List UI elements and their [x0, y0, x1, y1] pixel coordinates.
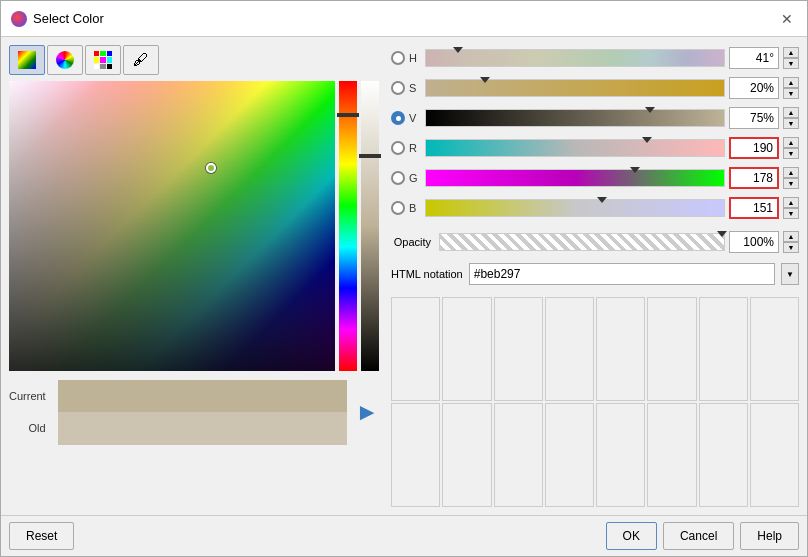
r-track: [425, 139, 725, 157]
color-swatch-15[interactable]: [699, 403, 748, 507]
spinner-r-down[interactable]: ▼: [783, 148, 799, 159]
spinner-v-down[interactable]: ▼: [783, 118, 799, 129]
preview-old: [58, 412, 348, 445]
color-swatch-12[interactable]: [545, 403, 594, 507]
recent-colors-grid: [391, 297, 799, 507]
color-swatch-13[interactable]: [596, 403, 645, 507]
color-picker-area: [9, 81, 379, 371]
g-track: [425, 169, 725, 187]
r-pointer: [642, 137, 652, 143]
html-input[interactable]: [469, 263, 775, 285]
radio-h[interactable]: [391, 51, 405, 65]
hue-slider[interactable]: [339, 81, 357, 371]
color-swatch-10[interactable]: [442, 403, 491, 507]
title-bar: Select Color ✕: [1, 1, 807, 37]
spinner-h: ▲ ▼: [783, 47, 799, 69]
mode-grid-button[interactable]: [85, 45, 121, 75]
channel-input-h[interactable]: [729, 47, 779, 69]
html-dropdown-button[interactable]: ▼: [781, 263, 799, 285]
color-swatch-4[interactable]: [545, 297, 594, 401]
channel-slider-v[interactable]: [425, 109, 725, 127]
dialog-title: Select Color: [33, 11, 104, 26]
b-pointer: [597, 197, 607, 203]
square-icon: [18, 51, 36, 69]
spinner-opacity-down[interactable]: ▼: [783, 242, 799, 253]
spinner-h-up[interactable]: ▲: [783, 47, 799, 58]
old-label: Old: [9, 422, 46, 434]
color-swatch-16[interactable]: [750, 403, 799, 507]
spinner-h-down[interactable]: ▼: [783, 58, 799, 69]
opacity-input[interactable]: [729, 231, 779, 253]
close-button[interactable]: ✕: [777, 9, 797, 29]
channel-input-v[interactable]: [729, 107, 779, 129]
wheel-icon: [56, 51, 74, 69]
channel-slider-r[interactable]: [425, 139, 725, 157]
spinner-opacity-up[interactable]: ▲: [783, 231, 799, 242]
color-swatch-14[interactable]: [647, 403, 696, 507]
select-color-dialog: Select Color ✕: [0, 0, 808, 557]
current-label: Current: [9, 390, 46, 402]
channel-slider-s[interactable]: [425, 79, 725, 97]
channel-slider-h[interactable]: [425, 49, 725, 67]
spinner-v-up[interactable]: ▲: [783, 107, 799, 118]
channel-slider-b[interactable]: [425, 199, 725, 217]
radio-g[interactable]: [391, 171, 405, 185]
spinner-g-down[interactable]: ▼: [783, 178, 799, 189]
spinner-b-down[interactable]: ▼: [783, 208, 799, 219]
right-panel: H ▲ ▼ S: [387, 45, 799, 507]
channel-row-v: V ▲ ▼: [391, 105, 799, 131]
channel-input-r[interactable]: [729, 137, 779, 159]
color-swatch-1[interactable]: [391, 297, 440, 401]
spinner-s: ▲ ▼: [783, 77, 799, 99]
title-bar-left: Select Color: [11, 11, 104, 27]
spinner-g: ▲ ▼: [783, 167, 799, 189]
color-swatch-8[interactable]: [750, 297, 799, 401]
channel-input-s[interactable]: [729, 77, 779, 99]
color-swatch-11[interactable]: [494, 403, 543, 507]
channel-label-s: S: [409, 82, 421, 94]
g-pointer: [630, 167, 640, 173]
color-swatch-7[interactable]: [699, 297, 748, 401]
color-swatch-9[interactable]: [391, 403, 440, 507]
bottom-left: Reset: [9, 522, 74, 550]
channel-input-b[interactable]: [729, 197, 779, 219]
channel-label-b: B: [409, 202, 421, 214]
spinner-s-up[interactable]: ▲: [783, 77, 799, 88]
reset-button[interactable]: Reset: [9, 522, 74, 550]
color-crosshair: [206, 163, 216, 173]
mode-wheel-button[interactable]: [47, 45, 83, 75]
spinner-r-up[interactable]: ▲: [783, 137, 799, 148]
channel-label-v: V: [409, 112, 421, 124]
spinner-b-up[interactable]: ▲: [783, 197, 799, 208]
color-swatch-6[interactable]: [647, 297, 696, 401]
ok-button[interactable]: OK: [606, 522, 657, 550]
eyedropper-icon: 🖋: [133, 51, 149, 69]
mode-square-button[interactable]: [9, 45, 45, 75]
eyedropper-button[interactable]: 🖋: [123, 45, 159, 75]
preview-area: Current Old ►: [9, 377, 379, 447]
spinner-v: ▲ ▼: [783, 107, 799, 129]
cancel-button[interactable]: Cancel: [663, 522, 734, 550]
radio-s[interactable]: [391, 81, 405, 95]
color-swatch-2[interactable]: [442, 297, 491, 401]
html-label: HTML notation: [391, 268, 463, 280]
help-button[interactable]: Help: [740, 522, 799, 550]
color-swatch-5[interactable]: [596, 297, 645, 401]
channel-input-g[interactable]: [729, 167, 779, 189]
spinner-s-down[interactable]: ▼: [783, 88, 799, 99]
color-gradient[interactable]: [9, 81, 335, 371]
color-swatch-3[interactable]: [494, 297, 543, 401]
value-slider[interactable]: [361, 81, 379, 371]
channel-label-g: G: [409, 172, 421, 184]
channel-slider-g[interactable]: [425, 169, 725, 187]
grid-icon: [94, 51, 112, 69]
spinner-g-up[interactable]: ▲: [783, 167, 799, 178]
opacity-slider[interactable]: [439, 233, 725, 251]
bottom-right: OK Cancel Help: [606, 522, 799, 550]
b-track: [425, 199, 725, 217]
value-thumb: [359, 154, 381, 158]
swap-arrow-button[interactable]: ►: [355, 398, 379, 426]
radio-v[interactable]: [391, 111, 405, 125]
radio-r[interactable]: [391, 141, 405, 155]
radio-b[interactable]: [391, 201, 405, 215]
